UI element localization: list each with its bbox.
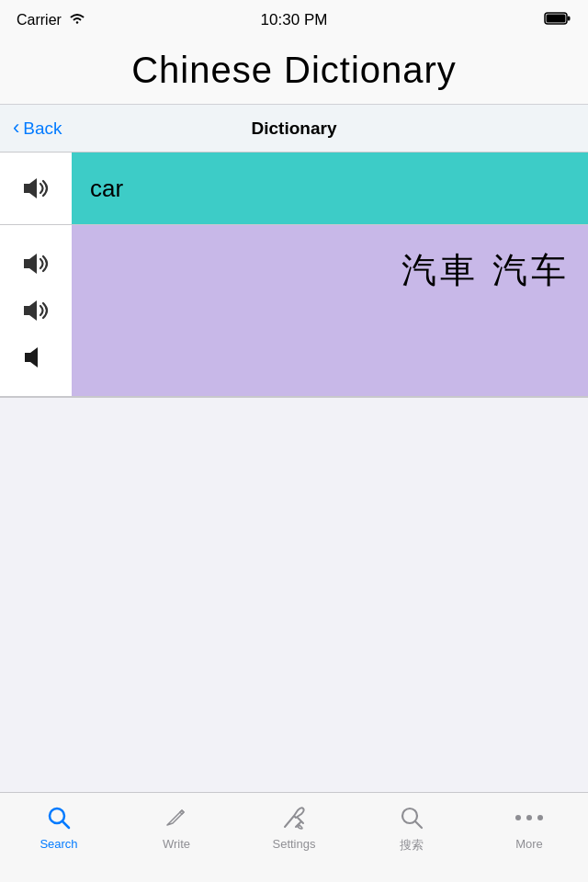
speaker-muted-button[interactable] [0,344,72,371]
back-button[interactable]: ‹ Back [13,117,62,140]
tab-settings-label: Settings [273,837,316,851]
chinese-entry-row: 汽車 汽车 [0,225,588,397]
svg-rect-2 [568,17,571,21]
settings-tab-icon [278,802,310,833]
speaker-english-button[interactable] [0,153,72,224]
battery-icon [544,11,571,29]
svg-marker-4 [24,254,37,274]
chinese-word-cell: 汽車 汽车 [72,225,588,396]
english-word-cell: car [72,153,588,224]
nav-bar: ‹ Back Dictionary [0,105,588,153]
svg-line-10 [415,821,422,828]
speaker-col-chinese [0,225,72,396]
tab-sousuo[interactable]: 搜索 [353,802,470,854]
status-time: 10:30 PM [261,11,328,29]
write-tab-icon [161,802,192,833]
nav-title: Dictionary [252,119,337,139]
status-bar: Carrier 10:30 PM [0,0,588,40]
svg-marker-3 [24,178,37,198]
svg-line-8 [62,821,69,828]
svg-marker-6 [25,347,38,368]
sousuo-tab-icon [396,802,427,833]
tab-search[interactable]: Search [0,802,118,851]
search-tab-icon [43,802,74,833]
chevron-left-icon: ‹ [13,116,19,140]
app-title-text: Chinese Dictionary [0,50,588,91]
wifi-icon [69,12,85,28]
english-entry-row: car [0,153,588,225]
tab-bar: Search Write Settings [0,792,588,882]
chinese-word: 汽車 汽车 [401,247,570,294]
tab-more-label: More [515,837,543,851]
english-word: car [90,175,123,203]
svg-point-13 [537,815,543,820]
tab-settings[interactable]: Settings [235,802,353,851]
speaker-chinese-button-1[interactable] [0,250,72,277]
carrier-label: Carrier [17,12,62,28]
tab-write[interactable]: Write [118,802,235,851]
tab-write-label: Write [163,837,190,851]
svg-rect-1 [547,15,566,23]
tab-search-label: Search [40,837,77,851]
app-title: Chinese Dictionary [0,40,588,105]
speaker-chinese-button-2[interactable] [0,297,72,324]
tab-sousuo-label: 搜索 [400,837,424,854]
svg-point-11 [515,815,521,820]
svg-point-12 [526,815,532,820]
svg-marker-5 [24,300,37,321]
more-tab-icon [514,802,545,833]
main-content: car [0,153,588,398]
back-label: Back [23,119,62,139]
tab-more[interactable]: More [470,802,588,851]
